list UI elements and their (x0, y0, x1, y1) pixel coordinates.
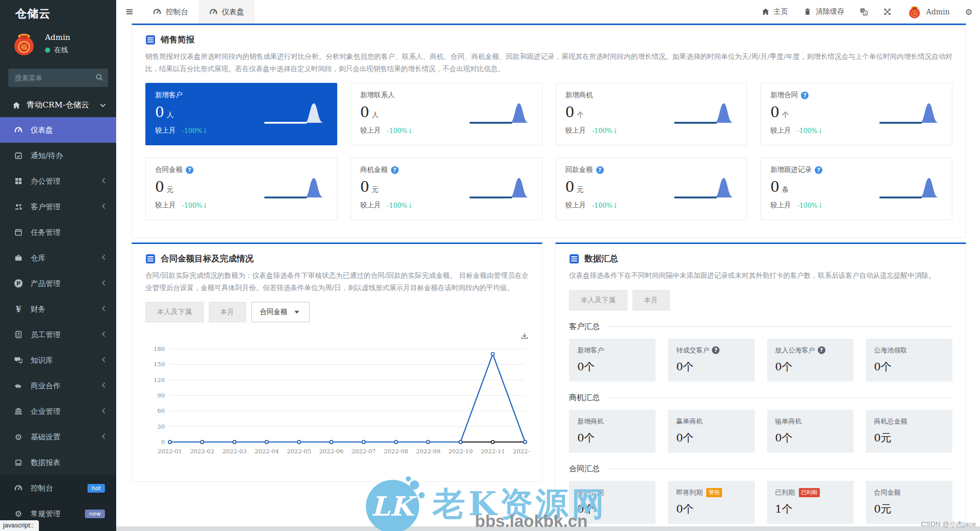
home-link[interactable]: 主页 (754, 0, 796, 24)
sidebar-item-控制台[interactable]: 控制台hot (0, 475, 116, 501)
period-filter-button[interactable]: 本月 (209, 302, 246, 322)
product-icon: P (13, 279, 24, 287)
hamburger-icon[interactable] (116, 0, 143, 24)
sidebar-item-基础设置[interactable]: ⚙基础设置 (0, 424, 116, 450)
summary-tile-合同金额[interactable]: 合同金额0元 (866, 481, 952, 524)
sidebar-item-数据报表[interactable]: 数据报表 (0, 450, 116, 475)
summary-tile-新增客户[interactable]: 新增客户0个 (569, 339, 656, 382)
stat-card-商机金额[interactable]: 商机金额?0元 较上月-100%↓ (351, 158, 542, 220)
sidebar-item-办公管理[interactable]: 办公管理 (0, 168, 116, 194)
sidebar-item-crm-root[interactable]: 青动CRM-仓储云 (0, 93, 116, 117)
stat-card-新增联系人[interactable]: 新增联系人0人 较上月-100%↓ (351, 83, 542, 145)
sidebar-item-产品管理[interactable]: P产品管理 (0, 271, 116, 296)
avatar: 福 (907, 4, 922, 19)
change-value: -100%↓ (182, 202, 208, 209)
svg-text:2022-11: 2022-11 (481, 448, 505, 455)
sidebar-item-知识库[interactable]: 知识库 (0, 347, 116, 373)
help-icon[interactable]: ? (712, 346, 720, 354)
scope-filter-button[interactable]: 本人及下属 (569, 290, 627, 311)
tile-value: 1个 (775, 502, 845, 516)
svg-text:2022-07: 2022-07 (352, 448, 376, 455)
report-icon (145, 35, 156, 45)
summary-tile-新增商机[interactable]: 新增商机0个 (569, 410, 656, 453)
sidebar-item-财务[interactable]: ¥财务 (0, 296, 116, 322)
help-icon[interactable]: ? (596, 166, 604, 174)
stat-value-unit: 人 (167, 110, 174, 119)
sidebar-item-仓库[interactable]: 仓库 (0, 245, 116, 271)
tile-label-text: 合同金额 (874, 488, 901, 497)
stat-card-新增客户[interactable]: 新增客户0人 较上月-100%↓ (145, 83, 337, 145)
tab-label: 控制台 (166, 7, 188, 17)
fullscreen-button[interactable] (876, 0, 899, 24)
stat-card-title-text: 回款金额 (565, 165, 593, 174)
sidebar-item-员工管理[interactable]: 员工管理 (0, 322, 116, 347)
panel-title: 数据汇总 (569, 253, 952, 264)
stat-card-title-text: 新增跟进记录 (770, 165, 812, 174)
tab-仪表盘[interactable]: 仪表盘 (199, 0, 255, 24)
clear-cache-button[interactable]: 清除缓存 (796, 0, 852, 24)
metric-select-value: 合同金额 (260, 307, 288, 317)
tile-label-text: 即将到期 (676, 488, 703, 497)
tile-label-text: 赢单商机 (676, 417, 703, 426)
help-icon[interactable]: ? (391, 166, 399, 174)
language-button[interactable]: 文A (852, 0, 876, 24)
settings-button[interactable]: ⚙ (957, 0, 980, 24)
help-icon[interactable]: ? (801, 92, 809, 99)
summary-tile-即将到期[interactable]: 即将到期警告0个 (668, 481, 754, 524)
metric-select[interactable]: 合同金额 (251, 302, 310, 322)
svg-text:2022-09: 2022-09 (416, 448, 441, 455)
sidebar-item-通知/待办[interactable]: 通知/待办 (0, 143, 116, 168)
stat-card-合同金额[interactable]: 合同金额?0元 较上月-100%↓ (145, 158, 337, 220)
scope-filter-button[interactable]: 本人及下属 (145, 302, 204, 322)
stat-card-新增商机[interactable]: 新增商机0个 较上月-100%↓ (556, 83, 748, 145)
summary-tile-赢单商机[interactable]: 赢单商机0个 (668, 410, 754, 453)
stat-card-新增跟进记录[interactable]: 新增跟进记录?0条 较上月-100%↓ (760, 158, 952, 220)
user-menu[interactable]: 福 Admin (899, 0, 957, 24)
summary-group-title: 商机汇总 (569, 393, 600, 403)
tile-label-text: 商机总金额 (874, 417, 907, 426)
sidebar-menu: 青动CRM-仓储云 仪表盘通知/待办办公管理客户管理任务管理仓库P产品管理¥财务… (0, 93, 116, 531)
sidebar-item-label: 仪表盘 (31, 125, 53, 135)
change-value: -100%↓ (182, 127, 208, 135)
stat-value-unit: 个 (782, 110, 789, 119)
search-input[interactable] (8, 69, 108, 87)
app-logo[interactable]: 仓储云 (0, 0, 116, 26)
search-icon[interactable] (95, 73, 103, 81)
sidebar-item-任务管理[interactable]: 任务管理 (0, 219, 116, 245)
tab-控制台[interactable]: 控制台 (143, 0, 199, 24)
period-filter-button[interactable]: 本月 (633, 290, 670, 311)
tile-label: 新增商机 (577, 417, 647, 426)
heading-rule (608, 397, 952, 398)
summary-tile-签约合同[interactable]: 签约合同0个 (569, 481, 656, 524)
summary-tile-放入公海客户[interactable]: 放入公海客户?0个 (767, 339, 854, 382)
tachometer-icon (13, 484, 24, 492)
tile-label-text: 已到期 (775, 488, 795, 497)
stat-value-number: 0 (770, 104, 779, 121)
stat-value-number: 0 (360, 104, 369, 121)
stat-value-unit: 人 (372, 110, 379, 119)
tile-value: 0元 (874, 431, 944, 445)
bottom-scroll-strip[interactable] (116, 526, 980, 531)
help-icon[interactable]: ? (818, 346, 825, 354)
summary-tile-转成交客户[interactable]: 转成交客户?0个 (668, 339, 754, 382)
help-icon[interactable]: ? (186, 166, 193, 174)
help-icon[interactable]: ? (815, 166, 822, 174)
tile-label-text: 公海池领取 (874, 346, 907, 355)
summary-tile-公海池领取[interactable]: 公海池领取0个 (866, 339, 952, 382)
sidebar-item-仪表盘[interactable]: 仪表盘 (0, 117, 116, 143)
stat-card-新增合同[interactable]: 新增合同?0个 较上月-100%↓ (760, 83, 952, 145)
online-dot-icon (45, 48, 50, 53)
calendar-check-icon (13, 151, 24, 160)
sidebar-item-商业合作[interactable]: 商业合作 (0, 373, 116, 399)
sidebar-item-企业管理[interactable]: 企业管理 (0, 399, 116, 424)
summary-tile-已到期[interactable]: 已到期已到期1个 (767, 481, 854, 524)
stat-card-回款金额[interactable]: 回款金额?0元 较上月-100%↓ (556, 158, 748, 220)
stat-value-unit: 个 (577, 110, 584, 119)
sidebar-item-客户管理[interactable]: 客户管理 (0, 194, 116, 219)
status-bar-link-hint: javascript:: (0, 520, 39, 531)
download-icon[interactable] (520, 332, 529, 340)
tile-label: 即将到期警告 (676, 488, 746, 497)
summary-tile-商机总金额[interactable]: 商机总金额0元 (866, 410, 952, 453)
tile-value: 0个 (676, 502, 746, 516)
summary-tile-输单商机[interactable]: 输单商机0个 (767, 410, 854, 453)
